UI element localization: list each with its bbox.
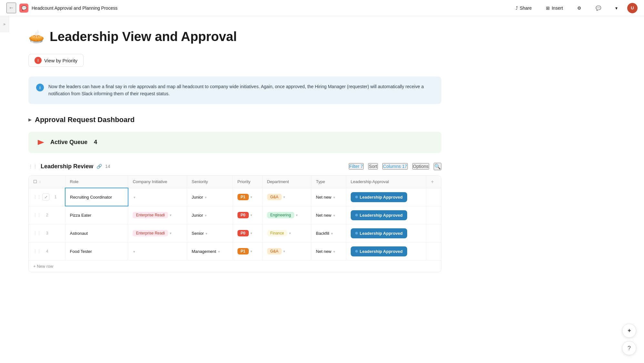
- dropdown-button[interactable]: ▾: [611, 4, 622, 13]
- row-drag-handle[interactable]: ⋮⋮: [33, 249, 41, 254]
- seniority-dropdown[interactable]: ▾: [205, 213, 207, 217]
- leadership-approved-button[interactable]: Leadership Approved: [351, 192, 407, 202]
- department-cell[interactable]: Finance ▾: [262, 224, 311, 242]
- type-dropdown[interactable]: ▾: [333, 250, 335, 254]
- leadership-approval-cell[interactable]: Leadership Approved: [346, 206, 426, 224]
- department-cell[interactable]: G&A ▾: [262, 188, 311, 206]
- seniority-cell[interactable]: Junior ▾: [187, 188, 233, 206]
- extra-cell: [426, 206, 441, 224]
- th-role[interactable]: Role: [65, 176, 128, 188]
- row-drag-handle[interactable]: ⋮⋮: [33, 231, 41, 235]
- department-dropdown[interactable]: ▾: [296, 213, 298, 217]
- section-toggle[interactable]: ▶: [28, 117, 32, 122]
- type-cell[interactable]: Backfill ▾: [311, 224, 346, 242]
- leadership-approval-cell[interactable]: Leadership Approved: [346, 188, 426, 206]
- new-row-button[interactable]: + New row: [29, 260, 441, 272]
- insert-label: Insert: [552, 5, 563, 11]
- leadership-approved-button[interactable]: Leadership Approved: [351, 228, 407, 238]
- type-cell[interactable]: Net new ▾: [311, 188, 346, 206]
- filter-label: Filter: [349, 164, 361, 169]
- row-drag-handle[interactable]: ⋮⋮: [33, 195, 41, 199]
- app-header: ← 💬 Headcount Approval and Planning Proc…: [0, 0, 644, 16]
- row-controls: ⋮⋮ 4: [29, 242, 65, 260]
- type-dropdown[interactable]: ▾: [333, 195, 335, 199]
- row-number: 2: [42, 213, 52, 217]
- back-button[interactable]: ←: [6, 3, 16, 13]
- company-initiative-cell[interactable]: Enterprise Readi ▾: [128, 224, 187, 242]
- row-drag-handle[interactable]: ⋮⋮: [33, 213, 41, 217]
- priority-cell[interactable]: P1 ▾: [233, 242, 262, 260]
- department-dropdown[interactable]: ▾: [283, 195, 285, 199]
- leadership-approved-button[interactable]: Leadership Approved: [351, 210, 407, 220]
- insert-button[interactable]: ⊞ Insert: [541, 4, 568, 13]
- expand-icon[interactable]: ⤢: [42, 193, 49, 201]
- company-initiative-cell[interactable]: Enterprise Readi ▾: [128, 206, 187, 224]
- leadership-approved-button[interactable]: Leadership Approved: [351, 246, 407, 256]
- role-cell[interactable]: Recruiting Coordinator: [65, 188, 128, 206]
- role-cell[interactable]: Pizza Eater: [65, 206, 128, 224]
- th-department[interactable]: Department: [262, 176, 311, 188]
- add-column-icon[interactable]: +: [431, 179, 434, 184]
- seniority-dropdown[interactable]: ▾: [205, 195, 207, 199]
- th-type[interactable]: Type: [311, 176, 346, 188]
- share-button[interactable]: ⤴ Share: [511, 4, 536, 13]
- company-initiative-dropdown[interactable]: ▾: [170, 213, 172, 217]
- type-cell[interactable]: Net new ▾: [311, 206, 346, 224]
- priority-dropdown[interactable]: ▾: [250, 213, 252, 217]
- sort-button[interactable]: Sort: [368, 163, 378, 170]
- la-dot-icon: [355, 232, 358, 234]
- sidebar-toggle[interactable]: »: [0, 16, 9, 32]
- comment-button[interactable]: 💬: [591, 4, 606, 13]
- priority-cell[interactable]: P1 ▾: [233, 188, 262, 206]
- company-initiative-cell[interactable]: ▾: [128, 242, 187, 260]
- type-value: Net new: [316, 195, 331, 200]
- settings-button[interactable]: ⚙: [573, 4, 586, 13]
- review-count: 14: [105, 164, 110, 169]
- leadership-approval-cell[interactable]: Leadership Approved: [346, 224, 426, 242]
- company-initiative-dropdown[interactable]: ▾: [133, 250, 135, 254]
- th-priority[interactable]: Priority: [233, 176, 262, 188]
- company-initiative-dropdown[interactable]: ▾: [134, 195, 136, 199]
- search-button[interactable]: 🔍: [434, 163, 441, 170]
- avatar[interactable]: U: [627, 3, 638, 13]
- header-left: ← 💬 Headcount Approval and Planning Proc…: [6, 3, 117, 13]
- type-dropdown[interactable]: ▾: [331, 232, 333, 235]
- company-initiative-dropdown[interactable]: ▾: [170, 231, 172, 235]
- seniority-cell[interactable]: Junior ▾: [187, 206, 233, 224]
- th-company-initiative[interactable]: Company Initiative: [128, 176, 187, 188]
- department-cell[interactable]: G&A ▾: [262, 242, 311, 260]
- th-seniority[interactable]: Seniority: [187, 176, 233, 188]
- link-icon: 🔗: [96, 164, 102, 169]
- leadership-approved-label: Leadership Approved: [360, 195, 403, 200]
- department-cell[interactable]: Engineering ▾: [262, 206, 311, 224]
- priority-cell[interactable]: P0 ▾: [233, 224, 262, 242]
- seniority-dropdown[interactable]: ▾: [206, 232, 207, 235]
- seniority-cell[interactable]: Management ▾: [187, 242, 233, 260]
- leadership-approval-cell[interactable]: Leadership Approved: [346, 242, 426, 260]
- th-add-column[interactable]: +: [426, 176, 441, 188]
- role-cell[interactable]: Astronaut: [65, 224, 128, 242]
- department-dropdown[interactable]: ▾: [283, 249, 285, 253]
- th-leadership-approval[interactable]: Leadership Approval: [346, 176, 426, 188]
- company-initiative-cell[interactable]: ▾: [128, 188, 187, 206]
- priority-dropdown[interactable]: ▾: [250, 249, 252, 253]
- columns-button[interactable]: Columns 17: [382, 163, 408, 170]
- options-button[interactable]: Options: [412, 163, 429, 170]
- department-dropdown[interactable]: ▾: [289, 231, 291, 235]
- priority-dropdown[interactable]: ▾: [250, 231, 252, 235]
- drag-handle[interactable]: ⋮⋮: [28, 164, 37, 169]
- seniority-dropdown[interactable]: ▾: [218, 250, 220, 254]
- info-text: Now the leaders can have a final say in …: [48, 83, 434, 98]
- filter-button[interactable]: Filter 7: [349, 163, 364, 170]
- priority-dropdown[interactable]: ▾: [250, 195, 252, 199]
- priority-cell[interactable]: P0 ▾: [233, 206, 262, 224]
- priority-badge: P1: [237, 194, 249, 200]
- role-cell[interactable]: Food Tester: [65, 242, 128, 260]
- type-dropdown[interactable]: ▾: [333, 213, 335, 217]
- type-cell[interactable]: Net new ▾: [311, 242, 346, 260]
- priority-icon: !: [35, 57, 42, 64]
- approval-dashboard-section: ▶ Approval Request Dashboard: [28, 116, 441, 124]
- view-by-priority-button[interactable]: ! View by Priority: [28, 54, 84, 67]
- header-right: ⤴ Share ⊞ Insert ⚙ 💬 ▾ U: [511, 3, 638, 13]
- seniority-cell[interactable]: Senior ▾: [187, 224, 233, 242]
